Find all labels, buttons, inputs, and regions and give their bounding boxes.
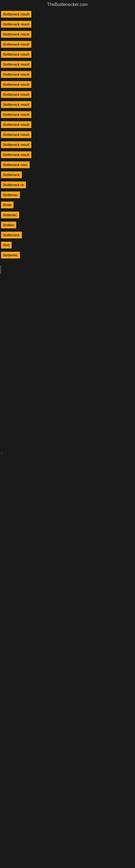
small-label-text: c: [1, 451, 3, 454]
bottleneck-item-17: Bottleneck re: [0, 180, 135, 190]
cursor-area: [0, 260, 135, 341]
bottleneck-item-4: Bottleneck result: [0, 50, 135, 59]
bottleneck-badge-24[interactable]: Bottlenec: [1, 252, 20, 258]
site-title-text: TheBottlenecker.com: [47, 2, 88, 7]
bottleneck-item-24: Bottlenec: [0, 250, 135, 260]
bottleneck-item-23: Bott: [0, 240, 135, 250]
bottleneck-badge-2[interactable]: Bottleneck result: [1, 31, 31, 38]
bottleneck-badge-21[interactable]: Bottlen: [1, 222, 16, 228]
bottleneck-item-20: Botlenec: [0, 210, 135, 220]
bottleneck-item-12: Bottleneck result: [0, 130, 135, 140]
bottleneck-item-19: Botte: [0, 200, 135, 210]
bottleneck-badge-7[interactable]: Bottleneck result: [1, 81, 31, 88]
bottleneck-item-7: Bottleneck result: [0, 80, 135, 90]
bottleneck-item-18: Bottlenec: [0, 190, 135, 200]
bottleneck-item-22: Bottleneck: [0, 230, 135, 240]
bottleneck-item-14: Bottleneck result: [0, 150, 135, 160]
bottleneck-item-10: Bottleneck result: [0, 110, 135, 120]
bottleneck-badge-10[interactable]: Bottleneck result: [1, 111, 31, 118]
bottleneck-item-8: Bottleneck result: [0, 90, 135, 99]
bottleneck-item-1: Bottleneck result: [0, 19, 135, 29]
bottleneck-badge-4[interactable]: Bottleneck result: [1, 51, 31, 58]
bottleneck-badge-14[interactable]: Bottleneck result: [1, 151, 31, 158]
bottleneck-badge-3[interactable]: Bottleneck result: [1, 41, 31, 48]
bottleneck-badge-0[interactable]: Bottleneck result: [1, 11, 31, 18]
bottleneck-badge-19[interactable]: Botte: [1, 202, 13, 208]
site-header: TheBottlenecker.com: [0, 0, 135, 9]
bottleneck-badge-20[interactable]: Botlenec: [1, 212, 19, 218]
bottleneck-badge-5[interactable]: Bottleneck result: [1, 61, 31, 68]
bottleneck-badge-8[interactable]: Bottleneck result: [1, 91, 31, 98]
bottleneck-badge-13[interactable]: Bottleneck result: [1, 141, 31, 148]
bottleneck-badge-18[interactable]: Bottlenec: [1, 191, 20, 198]
empty-space-2: [0, 456, 135, 618]
bottleneck-badge-12[interactable]: Bottleneck result: [1, 131, 31, 138]
bottleneck-item-3: Bottleneck result: [0, 39, 135, 50]
bottleneck-badge-16[interactable]: Bottleneck: [1, 172, 22, 178]
bottleneck-badge-22[interactable]: Bottleneck: [1, 231, 22, 239]
bottleneck-item-6: Bottleneck result: [0, 69, 135, 80]
bottleneck-item-9: Bottleneck result: [0, 99, 135, 110]
bottleneck-item-5: Bottleneck result: [0, 59, 135, 69]
bottleneck-badge-1[interactable]: Bottleneck result: [1, 21, 31, 28]
bottleneck-item-11: Bottleneck result: [0, 120, 135, 130]
bottleneck-item-16: Bottleneck: [0, 170, 135, 180]
bottleneck-badge-23[interactable]: Bott: [1, 242, 12, 248]
bottleneck-badge-6[interactable]: Bottleneck result: [1, 71, 31, 78]
bottleneck-badge-17[interactable]: Bottleneck re: [1, 182, 26, 188]
bottleneck-item-0: Bottleneck result: [0, 9, 135, 19]
bottleneck-item-21: Bottlen: [0, 220, 135, 230]
bottleneck-badge-15[interactable]: Bottleneck resu: [1, 161, 30, 168]
bottleneck-item-2: Bottleneck result: [0, 29, 135, 39]
bottleneck-item-15: Bottleneck resu: [0, 160, 135, 170]
bottleneck-badge-9[interactable]: Bottleneck result: [1, 101, 31, 108]
bottleneck-badge-11[interactable]: Bottleneck result: [1, 121, 31, 128]
small-label: c: [0, 450, 135, 456]
bottleneck-item-13: Bottleneck result: [0, 140, 135, 150]
items-container: Bottleneck resultBottleneck resultBottle…: [0, 9, 135, 260]
empty-space-1: [0, 341, 135, 450]
